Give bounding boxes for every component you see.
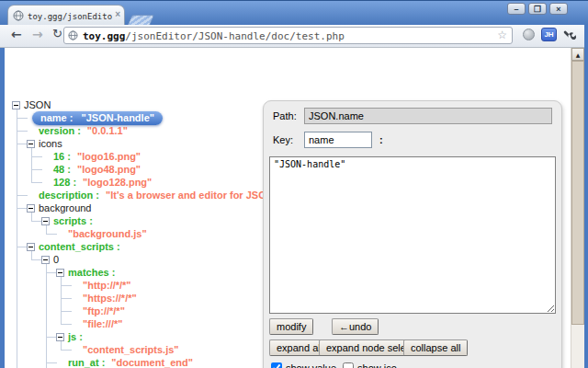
tree-key: matches : [68, 267, 115, 278]
tree-node[interactable]: "ftp://*/*" [71, 305, 125, 317]
tree-key: 16 : [53, 151, 71, 162]
new-tab-button[interactable] [128, 15, 155, 25]
globe-favicon-icon [13, 10, 24, 21]
scrollbar-thumb[interactable] [571, 61, 584, 325]
extension-sphere-icon[interactable] [523, 29, 535, 40]
tree-node[interactable]: "https://*/*" [71, 292, 137, 305]
tree-value: "ftp://*/*" [83, 305, 125, 316]
page-content: JSONname :"JSON-handle"version :"0.0.1.1… [0, 48, 588, 368]
url-text: toy.ggg/jsonEditor/JSON-handle/doc/test.… [83, 30, 345, 42]
tree-key: background [39, 202, 92, 213]
url-path: /jsonEditor/JSON-handle/doc/test.php [125, 30, 344, 42]
tree-key: js : [68, 331, 83, 342]
expand-collapse-icon[interactable] [41, 256, 50, 264]
window-controls: – ❐ × [507, 3, 568, 15]
path-label: Path: [273, 110, 297, 121]
expand-collapse-icon[interactable] [12, 101, 20, 109]
tree-node[interactable]: content_scripts : [27, 240, 120, 253]
window-border-right [584, 25, 588, 368]
tree-key: description : [39, 190, 99, 201]
wrench-menu-icon[interactable] [563, 28, 577, 41]
tree-node[interactable]: "file:///*" [71, 317, 122, 330]
tree-key: JSON [24, 99, 51, 110]
expand-collapse-icon[interactable] [56, 269, 64, 277]
show-ico-label: show ico [357, 362, 397, 368]
tree-node[interactable]: run_at :"document_end" [56, 356, 193, 368]
tab-close-icon[interactable]: × [115, 10, 120, 19]
tree-value: "https://*/*" [83, 293, 137, 304]
json-handle-extension-icon[interactable]: JH [541, 28, 557, 41]
tree-value: "logo48.png" [77, 164, 141, 175]
tree-node[interactable]: "background.js" [56, 227, 147, 240]
forward-icon[interactable]: → [32, 27, 43, 41]
tree-node[interactable]: 16 :"logo16.png" [41, 150, 141, 163]
collapse-all-button[interactable]: collapse all [403, 339, 468, 356]
address-bar[interactable]: toy.ggg/jsonEditor/JSON-handle/doc/test.… [63, 27, 513, 44]
bookmark-star-icon[interactable]: ☆ [497, 29, 507, 41]
tree-value: "content_scripts.js" [83, 344, 179, 355]
tree-node[interactable]: 48 :"logo48.png" [41, 163, 141, 176]
minimize-button[interactable]: – [507, 3, 526, 15]
tree-key: 48 : [53, 164, 71, 175]
options-row: show value show ico [271, 362, 397, 368]
browser-titlebar: toy.ggg/jsonEditor/JSON- × – ❐ × [0, 0, 588, 25]
tree-key: scripts : [53, 215, 93, 226]
expand-collapse-icon[interactable] [27, 140, 35, 148]
expand-collapse-icon[interactable] [56, 333, 64, 341]
tree-key: 0 [53, 254, 59, 265]
tree-node[interactable]: 128 :"logo128.png" [41, 176, 152, 189]
tree-value: "file:///*" [83, 318, 122, 329]
maximize-button[interactable]: ❐ [528, 3, 547, 15]
path-field [304, 108, 552, 124]
tree-value: "background.js" [68, 228, 147, 239]
tree-key: icons [39, 138, 62, 149]
expand-collapse-icon[interactable] [27, 243, 35, 251]
tree-value: "logo16.png" [77, 151, 141, 162]
key-colon: : [379, 134, 383, 145]
key-label: Key: [273, 134, 293, 145]
selected-tree-node[interactable]: name :"JSON-handle" [32, 111, 163, 125]
tree-node[interactable]: "content_scripts.js" [71, 343, 179, 356]
tree-value: "0.0.1.1" [87, 125, 128, 136]
tree-key: 128 : [53, 177, 76, 188]
refresh-icon[interactable]: ↻ [52, 27, 62, 40]
tree-node[interactable]: name :"JSON-handle" [27, 111, 163, 124]
tree-value: "logo128.png" [83, 177, 152, 188]
expand-collapse-icon[interactable] [27, 204, 35, 213]
tree-value: "http://*/*" [83, 280, 131, 291]
scrollbar-up-icon[interactable]: ▲ [571, 48, 584, 61]
tree-key: version : [39, 125, 81, 136]
window-border-left [0, 48, 5, 368]
value-textarea[interactable] [269, 156, 556, 314]
tree-key: run_at : [68, 357, 105, 368]
browser-toolbar: ← → ↻ toy.ggg/jsonEditor/JSON-handle/doc… [0, 25, 588, 48]
undo-button[interactable]: ←undo [332, 318, 379, 335]
back-icon[interactable]: ← [11, 27, 22, 41]
show-value-label: show value [286, 362, 336, 368]
tree-key: content_scripts : [39, 241, 120, 252]
browser-tab[interactable]: toy.ggg/jsonEditor/JSON- × [7, 5, 125, 26]
tab-title: toy.ggg/jsonEditor/JSON- [28, 12, 112, 21]
tree-node[interactable]: matches : [56, 266, 115, 279]
globe-icon [68, 30, 78, 40]
show-value-checkbox[interactable] [271, 362, 282, 368]
tree-node[interactable]: "http://*/*" [71, 279, 131, 292]
expand-collapse-icon[interactable] [41, 217, 50, 225]
tree-node[interactable]: version :"0.0.1.1" [27, 124, 128, 137]
tree-value: "document_end" [111, 357, 193, 368]
modify-button[interactable]: modify [269, 318, 313, 335]
close-button[interactable]: × [549, 3, 568, 15]
tree-node[interactable]: background [27, 201, 92, 214]
url-domain: toy.ggg [83, 30, 125, 42]
editor-panel: Path: Key: : modify ←undo expand all exp… [263, 100, 562, 368]
page-scrollbar[interactable]: ▲ [571, 48, 584, 368]
key-field[interactable] [304, 132, 372, 148]
show-ico-checkbox[interactable] [343, 362, 354, 368]
